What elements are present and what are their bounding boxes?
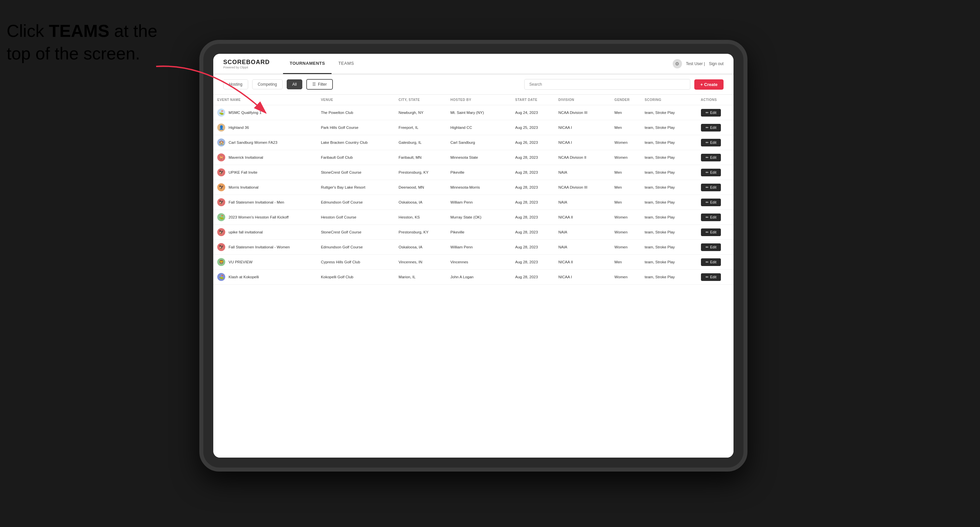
cell-start-date: Aug 28, 2023 — [511, 150, 554, 165]
cell-start-date: Aug 26, 2023 — [511, 135, 554, 150]
table-row: 👤 Highland 36 Park Hills Golf Course Fre… — [213, 120, 733, 135]
cell-hosted-by: Minnesota-Morris — [447, 180, 511, 195]
edit-button-0[interactable]: ✏ Edit — [701, 109, 721, 117]
th-hosted-by: HOSTED BY — [447, 95, 511, 105]
cell-scoring: team, Stroke Play — [641, 165, 697, 180]
cell-hosted-by: William Penn — [447, 195, 511, 210]
cell-city: Galesburg, IL — [395, 135, 447, 150]
edit-icon: ✏ — [706, 215, 709, 219]
settings-icon[interactable]: ⚙ — [673, 59, 682, 68]
tournaments-table: EVENT NAME VENUE CITY, STATE HOSTED BY S… — [213, 95, 733, 284]
edit-label: Edit — [710, 245, 717, 249]
filter-label: Filter — [318, 82, 327, 87]
edit-button-1[interactable]: ✏ Edit — [701, 124, 721, 132]
cell-gender: Men — [611, 195, 641, 210]
event-name-text: upike fall invitational — [229, 230, 263, 234]
edit-button-2[interactable]: ✏ Edit — [701, 139, 721, 146]
cell-gender: Women — [611, 150, 641, 165]
cell-scoring: team, Stroke Play — [641, 150, 697, 165]
edit-button-4[interactable]: ✏ Edit — [701, 169, 721, 176]
event-icon-11: ⛳ — [217, 273, 225, 281]
cell-event-name: 🦅 upike fall invitational — [213, 225, 317, 240]
edit-icon: ✏ — [706, 230, 709, 235]
edit-label: Edit — [710, 275, 717, 279]
th-venue: VENUE — [317, 95, 395, 105]
edit-icon: ✏ — [706, 245, 709, 249]
edit-icon: ✏ — [706, 200, 709, 205]
cell-division: NAIA — [554, 165, 611, 180]
cell-actions: ✏ Edit — [697, 240, 733, 255]
cell-hosted-by: Minnesota State — [447, 150, 511, 165]
search-input[interactable] — [524, 79, 690, 90]
cell-venue: Edmundson Golf Course — [317, 195, 395, 210]
nav-bar: SCOREBOARD Powered by Clippit TOURNAMENT… — [213, 54, 733, 75]
cell-event-name: 🦅 Fall Statesmen Invitational - Men — [213, 195, 317, 210]
event-icon-10: 🦁 — [217, 258, 225, 266]
edit-button-3[interactable]: ✏ Edit — [701, 154, 721, 161]
cell-start-date: Aug 28, 2023 — [511, 270, 554, 284]
table-row: ⛳ Klash at Kokopelli Kokopelli Golf Club… — [213, 270, 733, 284]
sign-out-link[interactable]: Sign out — [709, 62, 724, 66]
nav-tab-tournaments[interactable]: TOURNAMENTS — [283, 54, 331, 74]
event-name-text: UPIKE Fall Invite — [229, 170, 258, 175]
table-header: EVENT NAME VENUE CITY, STATE HOSTED BY S… — [213, 95, 733, 105]
cell-city: Prestonsburg, KY — [395, 165, 447, 180]
toolbar: Hosting Competing All ☰ Filter + Create — [213, 75, 733, 95]
event-icon-3: 🐎 — [217, 153, 225, 161]
cell-city: Prestonsburg, KY — [395, 225, 447, 240]
edit-button-9[interactable]: ✏ Edit — [701, 243, 721, 251]
cell-scoring: team, Stroke Play — [641, 225, 697, 240]
cell-scoring: team, Stroke Play — [641, 135, 697, 150]
cell-hosted-by: Carl Sandburg — [447, 135, 511, 150]
cell-actions: ✏ Edit — [697, 120, 733, 135]
table-row: 🦅 Morris Invitational Ruttger's Bay Lake… — [213, 180, 733, 195]
filter-button[interactable]: ☰ Filter — [306, 79, 333, 90]
table-row: ⛳ 2023 Women's Hesston Fall Kickoff Hess… — [213, 210, 733, 225]
cell-venue: Park Hills Golf Course — [317, 120, 395, 135]
cell-event-name: ⛳ 2023 Women's Hesston Fall Kickoff — [213, 210, 317, 225]
cell-scoring: team, Stroke Play — [641, 195, 697, 210]
cell-scoring: team, Stroke Play — [641, 255, 697, 270]
event-icon-4: 🦅 — [217, 168, 225, 176]
cell-start-date: Aug 28, 2023 — [511, 165, 554, 180]
cell-city: Marion, IL — [395, 270, 447, 284]
cell-actions: ✏ Edit — [697, 195, 733, 210]
nav-tab-teams[interactable]: TEAMS — [331, 54, 360, 74]
cell-start-date: Aug 28, 2023 — [511, 225, 554, 240]
cell-gender: Men — [611, 255, 641, 270]
th-actions: ACTIONS — [697, 95, 733, 105]
table-row: 🦅 Fall Statesmen Invitational - Men Edmu… — [213, 195, 733, 210]
event-icon-6: 🦅 — [217, 198, 225, 206]
th-gender: GENDER — [611, 95, 641, 105]
th-scoring: SCORING — [641, 95, 697, 105]
edit-button-11[interactable]: ✏ Edit — [701, 273, 721, 281]
cell-venue: Hesston Golf Course — [317, 210, 395, 225]
cell-hosted-by: Murray State (OK) — [447, 210, 511, 225]
edit-button-7[interactable]: ✏ Edit — [701, 214, 721, 221]
all-filter-btn[interactable]: All — [287, 79, 302, 89]
cell-venue: Ruttger's Bay Lake Resort — [317, 180, 395, 195]
nav-right: ⚙ Test User | Sign out — [673, 59, 724, 68]
edit-button-8[interactable]: ✏ Edit — [701, 229, 721, 236]
create-button[interactable]: + Create — [694, 79, 724, 90]
edit-label: Edit — [710, 215, 717, 219]
event-name-text: Fall Statesmen Invitational - Men — [229, 200, 284, 204]
cell-venue: Faribault Golf Club — [317, 150, 395, 165]
edit-button-5[interactable]: ✏ Edit — [701, 184, 721, 191]
cell-venue: Edmundson Golf Course — [317, 240, 395, 255]
edit-icon: ✏ — [706, 111, 709, 115]
event-icon-9: 🦅 — [217, 243, 225, 251]
edit-button-10[interactable]: ✏ Edit — [701, 258, 721, 266]
edit-button-6[interactable]: ✏ Edit — [701, 198, 721, 206]
cell-actions: ✏ Edit — [697, 180, 733, 195]
cell-start-date: Aug 28, 2023 — [511, 240, 554, 255]
edit-label: Edit — [710, 156, 717, 159]
cell-hosted-by: Highland CC — [447, 120, 511, 135]
event-icon-2: 🏫 — [217, 138, 225, 146]
cell-scoring: team, Stroke Play — [641, 270, 697, 284]
event-icon-5: 🦅 — [217, 183, 225, 191]
cell-actions: ✏ Edit — [697, 210, 733, 225]
cell-actions: ✏ Edit — [697, 165, 733, 180]
cell-event-name: 🦅 UPIKE Fall Invite — [213, 165, 317, 180]
edit-label: Edit — [710, 170, 717, 175]
